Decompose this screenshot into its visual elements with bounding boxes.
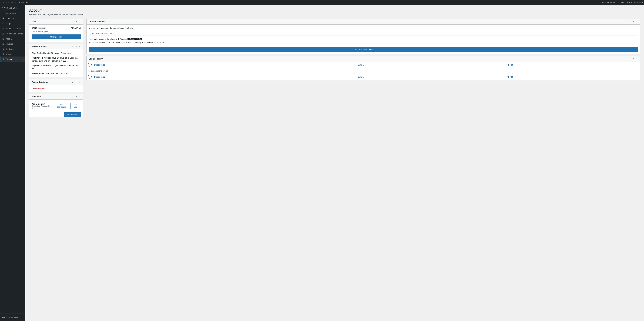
- account-status-title: Account Status: [32, 45, 71, 48]
- billing-footer-col-date[interactable]: Date ▲▼: [356, 74, 506, 80]
- account-actions-header: Account Actions ▲ ▼ ⤢: [29, 79, 83, 85]
- account-actions-title: Account Actions: [32, 81, 71, 83]
- sidebar-label: Contacts: [6, 17, 14, 20]
- sidebar-label: Media: [6, 38, 12, 40]
- delete-account-link[interactable]: Delete Account: [32, 87, 46, 90]
- domain-cname-info: You can also create a CNAME record on yo…: [89, 41, 638, 44]
- billing-footer-col-description[interactable]: Description ▲▼: [93, 74, 356, 80]
- sites-list-header: Sites List ▲ ▼ ⤢: [29, 94, 83, 100]
- sidebar-item-settings[interactable]: ⚙ Settings: [0, 46, 26, 52]
- date-footer-sort-icon: ▲▼: [363, 76, 364, 78]
- change-plan-button[interactable]: Change Plan: [32, 34, 81, 39]
- account-status-header: Account Status ▲ ▼ ⤢: [29, 44, 83, 49]
- check-circle-icon: [88, 63, 92, 66]
- payment-label: Payment Method:: [32, 64, 49, 67]
- wp-icon: ⌂: [2, 2, 4, 4]
- billing-col-rm[interactable]: ⇅ RM: [506, 62, 640, 68]
- sites-expand[interactable]: ⤢: [78, 96, 81, 98]
- new-button[interactable]: + New: [18, 2, 26, 4]
- sites-collapse-down[interactable]: ▼: [75, 96, 78, 98]
- billing-collapse-up[interactable]: ▲: [628, 58, 631, 60]
- payment-method-status: Payment Method: No Payment Method integr…: [32, 64, 81, 70]
- sidebar-item-kadence-forms[interactable]: ⊞ Kadence Forms: [0, 26, 26, 31]
- plan-card-controls: ▲ ▼ ⤢: [71, 20, 81, 23]
- plan-description: This is a basic plan.: [32, 30, 81, 32]
- ip-address-badge: 62.72.47.25: [128, 38, 142, 40]
- sites-collapse-up[interactable]: ▲: [71, 96, 74, 98]
- sidebar-item-contacts[interactable]: ☰ Contacts: [0, 16, 26, 21]
- point-text-2: You can also create a CNAME record on yo…: [89, 42, 154, 44]
- custom-domain-input[interactable]: [89, 31, 638, 36]
- billing-col-description[interactable]: Description ▲▼: [93, 62, 356, 68]
- sidebar-item-funnel-builder[interactable]: 〜〜 Funnel Builder: [0, 5, 26, 10]
- actions-collapse-down[interactable]: ▼: [75, 81, 78, 83]
- domain-collapse-down[interactable]: ▼: [632, 20, 635, 23]
- custom-domain-header: Custom Domain ▲ ▼ ⤢: [86, 19, 640, 24]
- collapse-label: Collapse menu: [6, 316, 18, 318]
- account-link[interactable]: Account: [618, 2, 624, 4]
- sidebar-item-plugins[interactable]: ⊞ Plugins: [0, 41, 26, 46]
- automations-icon: 〜〜: [2, 12, 5, 14]
- billing-col-check[interactable]: [86, 62, 93, 68]
- account-icon: 👤: [2, 58, 5, 60]
- billing-history-title: Billing History: [89, 58, 628, 60]
- sites-list-title: Sites List: [32, 96, 71, 98]
- collapse-menu-button[interactable]: ◀◀ Collapse menu: [2, 316, 24, 319]
- cname-domain: waform.co: [154, 42, 164, 44]
- plan-card-body: BASIC current RM 400.00 This is a basic …: [29, 24, 83, 42]
- description-footer-sort-icon: ▲▼: [106, 76, 108, 78]
- billing-no-data-row: No transactions found.: [86, 68, 640, 74]
- billing-footer-col-check[interactable]: [86, 74, 93, 80]
- billing-expand[interactable]: ⤢: [635, 58, 638, 60]
- sites-list-body: Kedai Contoh Created on February 6, 2024…: [29, 100, 83, 113]
- domain-expand[interactable]: ⤢: [635, 20, 638, 23]
- sidebar-item-media[interactable]: ⊞ Media: [0, 36, 26, 41]
- site-created-date: Created on February 6, 2024: [32, 105, 53, 109]
- valid-value: February 20, 2024: [51, 72, 68, 74]
- formidable-forms-icon: ⊞: [2, 32, 5, 35]
- pages-icon: ☐: [2, 22, 5, 25]
- settings-icon: ⚙: [2, 48, 5, 50]
- plan-collapse-down[interactable]: ▼: [75, 20, 78, 23]
- visit-site-button[interactable]: Visit Site: [70, 103, 81, 109]
- domain-collapse-up[interactable]: ▲: [628, 20, 631, 23]
- billing-history-controls: ▲ ▼ ⤢: [628, 58, 638, 60]
- site-name: Kedai Contoh: [32, 103, 53, 105]
- plan-info-status: Plan Basic: RM 400.00 every 12 month(s).: [32, 52, 81, 55]
- search-contact-link[interactable]: Search Contact: [602, 2, 615, 4]
- status-expand[interactable]: ⤢: [78, 45, 81, 48]
- sidebar-item-users[interactable]: 👤 Users: [0, 52, 26, 56]
- plan-name-label: BASIC current: [32, 27, 46, 29]
- status-collapse-down[interactable]: ▼: [75, 45, 78, 48]
- plus-icon: +: [19, 2, 20, 4]
- trial-label: Trial Period:: [32, 57, 44, 59]
- brand-logo[interactable]: ⌂ Kedai Contoh: [1, 2, 18, 4]
- plan-expand[interactable]: ⤢: [78, 20, 81, 23]
- sidebar-item-formidable-forms[interactable]: ⊞ Formidable Forms: [0, 31, 26, 36]
- brand-name: Kedai Contoh: [4, 2, 16, 4]
- diamond-icon: ◆: [26, 2, 28, 4]
- collapse-icon: ◀◀: [2, 316, 5, 318]
- billing-col-date[interactable]: Date ▲▼: [356, 62, 506, 68]
- add-new-site-button[interactable]: Add new Site: [64, 112, 81, 117]
- greeting-text: Hai, accountdemo!: [627, 2, 643, 4]
- sidebar-item-account[interactable]: 👤 Account ◀: [0, 56, 26, 62]
- plan-card-header: Plan ▲ ▼ ⤢: [29, 19, 83, 24]
- left-column: Plan ▲ ▼ ⤢ BASIC current: [29, 19, 83, 117]
- status-collapse-up[interactable]: ▲: [71, 45, 74, 48]
- actions-expand[interactable]: ⤢: [78, 81, 81, 83]
- right-column: Custom Domain ▲ ▼ ⤢ You can use a custom…: [86, 19, 640, 80]
- billing-collapse-down[interactable]: ▼: [632, 58, 635, 60]
- billing-footer-col-rm[interactable]: ⇅ RM: [506, 74, 640, 80]
- actions-collapse-up[interactable]: ▲: [71, 81, 74, 83]
- sidebar-item-pages[interactable]: ☐ Pages: [0, 21, 26, 26]
- sidebar-label: Funnel Builder: [6, 7, 19, 9]
- set-custom-domain-button[interactable]: Set Custom Domain: [89, 47, 638, 52]
- description-sort-icon: ▲▼: [106, 64, 108, 66]
- sidebar-item-automations[interactable]: 〜〜 Automations: [0, 10, 26, 16]
- account-valid-status: Account valid until: February 20, 2024: [32, 72, 81, 75]
- columns-layout: Plan ▲ ▼ ⤢ BASIC current: [29, 19, 640, 117]
- visit-dashboard-button[interactable]: Visit Dashboard: [53, 103, 70, 109]
- point-text-1: Point an A Record to the following IP Ad…: [89, 38, 127, 40]
- plan-collapse-up[interactable]: ▲: [71, 20, 74, 23]
